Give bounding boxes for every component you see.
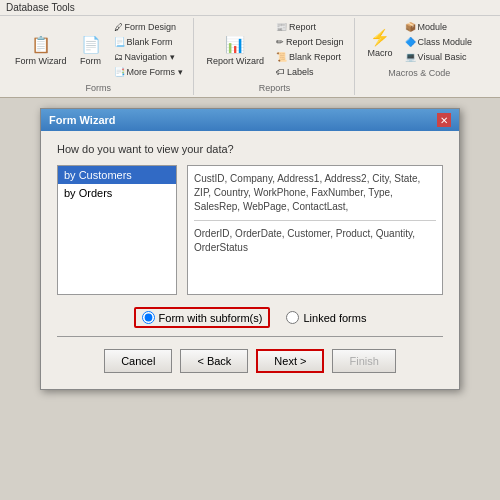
ribbon: Database Tools 📋 Form Wizard 📄 Form 🖊 Fo…: [0, 0, 500, 98]
macros-small-group: 📦 Module 🔷 Class Module 💻 Visual Basic: [401, 20, 477, 64]
module-button[interactable]: 📦 Module: [401, 20, 477, 34]
preview-text-1: CustID, Company, Address1, Address2, Cit…: [194, 173, 420, 212]
ribbon-group-forms: 📋 Form Wizard 📄 Form 🖊 Form Design 📃 Bla…: [4, 18, 194, 95]
ribbon-group-macros: ⚡ Macro 📦 Module 🔷 Class Module 💻 Visual…: [357, 18, 483, 95]
report-small-group: 📰 Report ✏ Report Design 📜 Blank Report …: [272, 20, 348, 79]
preview-separator: [194, 220, 436, 221]
class-module-icon: 🔷: [405, 37, 416, 47]
radio-linked-input[interactable]: [286, 311, 299, 324]
main-area: Form Wizard ✕ How do you want to view yo…: [0, 98, 500, 398]
labels-button[interactable]: 🏷 Labels: [272, 65, 348, 79]
radio-linked-forms[interactable]: Linked forms: [286, 311, 366, 324]
macros-buttons: ⚡ Macro 📦 Module 🔷 Class Module 💻 Visual…: [363, 20, 477, 64]
more-forms-button[interactable]: 📑 More Forms ▾: [110, 65, 187, 79]
visual-basic-button[interactable]: 💻 Visual Basic: [401, 50, 477, 64]
blank-form-button[interactable]: 📃 Blank Form: [110, 35, 187, 49]
form-design-icon: 🖊: [114, 22, 123, 32]
macro-button[interactable]: ⚡ Macro: [363, 23, 398, 61]
navigation-icon: 🗂: [114, 52, 123, 62]
report-button[interactable]: 📰 Report: [272, 20, 348, 34]
radio-subform-label: Form with subform(s): [159, 312, 263, 324]
macros-group-label: Macros & Code: [388, 68, 450, 78]
form-wizard-button[interactable]: 📋 Form Wizard: [10, 31, 72, 69]
view-list[interactable]: by Customers by Orders: [57, 165, 177, 295]
dialog-content: by Customers by Orders CustID, Company, …: [57, 165, 443, 295]
module-icon: 📦: [405, 22, 416, 32]
macro-icon: ⚡: [369, 26, 391, 48]
blank-report-icon: 📜: [276, 52, 287, 62]
preview-panel: CustID, Company, Address1, Address2, Cit…: [187, 165, 443, 295]
report-design-icon: ✏: [276, 37, 284, 47]
ribbon-title: Database Tools: [0, 0, 500, 16]
dialog-title: Form Wizard: [49, 114, 116, 126]
finish-button[interactable]: Finish: [332, 349, 395, 373]
reports-group-label: Reports: [259, 83, 291, 93]
form-design-button[interactable]: 🖊 Form Design: [110, 20, 187, 34]
dialog-question: How do you want to view your data?: [57, 143, 443, 155]
report-wizard-button[interactable]: 📊 Report Wizard: [202, 31, 270, 69]
back-button[interactable]: < Back: [180, 349, 248, 373]
list-item-customers[interactable]: by Customers: [58, 166, 176, 184]
form-small-group: 🖊 Form Design 📃 Blank Form 🗂 Navigation …: [110, 20, 187, 79]
form-icon: 📄: [80, 34, 102, 56]
form-button[interactable]: 📄 Form: [75, 31, 107, 69]
radio-subform-input[interactable]: [142, 311, 155, 324]
navigation-button[interactable]: 🗂 Navigation ▾: [110, 50, 187, 64]
dialog-body: How do you want to view your data? by Cu…: [41, 131, 459, 389]
forms-buttons: 📋 Form Wizard 📄 Form 🖊 Form Design 📃 Bla…: [10, 20, 187, 79]
dialog-close-button[interactable]: ✕: [437, 113, 451, 127]
next-button[interactable]: Next >: [256, 349, 324, 373]
report-wizard-icon: 📊: [224, 34, 246, 56]
ribbon-title-text: Database Tools: [6, 2, 75, 13]
list-item-orders[interactable]: by Orders: [58, 184, 176, 202]
ribbon-group-reports: 📊 Report Wizard 📰 Report ✏ Report Design…: [196, 18, 355, 95]
more-forms-icon: 📑: [114, 67, 125, 77]
dialog-buttons: Cancel < Back Next > Finish: [57, 345, 443, 377]
radio-form-with-subform[interactable]: Form with subform(s): [134, 307, 271, 328]
dialog-titlebar: Form Wizard ✕: [41, 109, 459, 131]
forms-group-label: Forms: [86, 83, 112, 93]
report-icon: 📰: [276, 22, 287, 32]
report-design-button[interactable]: ✏ Report Design: [272, 35, 348, 49]
class-module-button[interactable]: 🔷 Class Module: [401, 35, 477, 49]
form-wizard-dialog: Form Wizard ✕ How do you want to view yo…: [40, 108, 460, 390]
visual-basic-icon: 💻: [405, 52, 416, 62]
radio-group: Form with subform(s) Linked forms: [57, 307, 443, 328]
radio-linked-label: Linked forms: [303, 312, 366, 324]
blank-report-button[interactable]: 📜 Blank Report: [272, 50, 348, 64]
preview-text-2: OrderID, OrderDate, Customer, Product, Q…: [194, 228, 415, 253]
form-wizard-icon: 📋: [30, 34, 52, 56]
blank-form-icon: 📃: [114, 37, 125, 47]
labels-icon: 🏷: [276, 67, 285, 77]
reports-buttons: 📊 Report Wizard 📰 Report ✏ Report Design…: [202, 20, 348, 79]
ribbon-content: 📋 Form Wizard 📄 Form 🖊 Form Design 📃 Bla…: [0, 16, 500, 97]
cancel-button[interactable]: Cancel: [104, 349, 172, 373]
dialog-divider: [57, 336, 443, 337]
